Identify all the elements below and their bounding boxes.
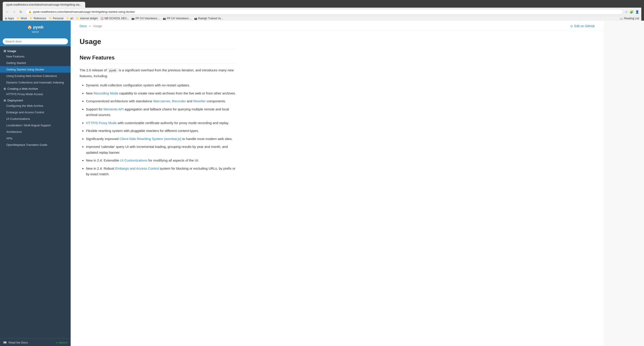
breadcrumb: Docs » Usage	[80, 24, 102, 28]
list-item: New Recording Mode capability to create …	[86, 90, 236, 96]
bookmark-art-label: art	[70, 17, 73, 20]
reload-button[interactable]: ↻	[18, 10, 23, 14]
bookmark-reference[interactable]: 📁 Reference	[30, 17, 46, 20]
browser-toolbar: ← → ↻ 🔒 pywb.readthedocs.io/en/latest/ma…	[3, 8, 641, 16]
raleigh-icon: 📷	[194, 17, 197, 20]
bookmark-ppch1[interactable]: 📷 PP CH Volunteers:...	[132, 17, 160, 20]
sidebar-nav: ⊟ Usage New Features Getting Started Get…	[0, 46, 71, 338]
bookmark-apps[interactable]: ⊞ Apps	[5, 17, 14, 20]
nav-section-deployment[interactable]: ⊞ Deployment	[0, 97, 71, 103]
toolbar-icons: ☆ 🧩 👤	[625, 10, 639, 14]
lock-icon: 🔒	[28, 10, 32, 13]
ui-customizations-link[interactable]: UI Customizations	[120, 158, 148, 162]
folder-icon-4: 📁	[66, 17, 69, 20]
edit-on-github-link[interactable]: ⊙ Edit on GitHub	[570, 24, 595, 28]
version-selector[interactable]: v: latest ▾	[56, 341, 68, 344]
active-tab[interactable]: pywb.readthedocs.io/en/latest/manual/usa…	[3, 2, 85, 8]
bookmark-raleigh-label: Raleigh Trained Vo...	[198, 17, 223, 20]
warcserver-link[interactable]: Warcserver	[153, 99, 170, 103]
star-icon[interactable]: ☆	[625, 10, 628, 14]
sidebar-item-using-existing[interactable]: Using Existing Web Archive Collections	[0, 73, 71, 79]
bookmark-art[interactable]: 📁 art	[66, 17, 73, 20]
sidebar-item-getting-started[interactable]: Getting Started	[0, 60, 71, 66]
deployment-expand-icon: ⊞	[4, 99, 6, 102]
bookmark-raleigh[interactable]: 📷 Raleigh Trained Vo...	[194, 17, 223, 20]
list-item: New in 2.4: Robust Embargo and Access Co…	[86, 166, 236, 177]
https-proxy-mode-link[interactable]: HTTP/S Proxy Mode	[86, 121, 117, 125]
breadcrumb-docs[interactable]: Docs	[80, 24, 87, 28]
extension-icon[interactable]: 🧩	[630, 10, 634, 14]
nav-section-creating[interactable]: ⊞ Creating a Web Archive	[0, 86, 71, 91]
browser-tabs: pywb.readthedocs.io/en/latest/manual/usa…	[3, 2, 641, 8]
rtd-label[interactable]: Read the Docs	[8, 341, 28, 344]
bookmark-apps-label: Apps	[8, 17, 14, 20]
right-panel	[604, 21, 644, 346]
sidebar-item-configuring[interactable]: Configuring the Web Archive	[0, 103, 71, 109]
client-side-rewriting-link[interactable]: Client-Side Rewriting System (wombat.js)	[120, 137, 182, 141]
browser-chrome: pywb.readthedocs.io/en/latest/manual/usa…	[0, 0, 644, 21]
list-item: Improved 'calendar' query UI with increm…	[86, 144, 236, 155]
folder-icon: 📁	[16, 17, 20, 20]
bookmark-work[interactable]: 📁 Work	[16, 17, 27, 20]
sidebar-item-getting-started-docker[interactable]: Getting Started Using Docker	[0, 66, 71, 73]
list-item: Support for Memento API aggregation and …	[86, 106, 236, 118]
search-input[interactable]	[3, 38, 68, 45]
sidebar-item-embargo[interactable]: Embargo and Access Control	[0, 109, 71, 116]
usage-label: Usage	[8, 49, 16, 53]
sidebar-item-localization[interactable]: Localization / Multi-lingual Support	[0, 122, 71, 129]
bookmark-internet-delight[interactable]: 📁 internet delight	[76, 17, 98, 20]
sidebar-search	[0, 37, 71, 46]
deployment-label: Deployment	[8, 99, 23, 102]
bookmark-reference-label: Reference	[34, 17, 46, 20]
address-bar[interactable]: 🔒 pywb.readthedocs.io/en/latest/manual/u…	[25, 9, 623, 15]
ppch1-icon: 📷	[132, 17, 134, 20]
recording-mode-link[interactable]: Recording Mode	[94, 91, 118, 95]
feature-list: Dynamic multi-collection configuration s…	[80, 82, 236, 177]
url-text: pywb.readthedocs.io/en/latest/manual/usa…	[33, 10, 135, 14]
github-icon: ⊙	[570, 24, 573, 28]
sidebar-item-architecture[interactable]: Architecture	[0, 129, 71, 135]
rewriter-link[interactable]: Rewriter	[193, 99, 206, 103]
memento-api-link[interactable]: Memento API	[103, 107, 124, 111]
intro-paragraph: The 2.0 release of pywb is a significant…	[80, 67, 236, 79]
page-title: Usage	[80, 38, 236, 49]
bookmark-ppch2-label: PP CH Volunteers:...	[167, 17, 192, 20]
embargo-access-control-link[interactable]: Embargo and Access Control	[115, 166, 159, 170]
bookmark-noschool-label: NØ SCHOOL NEV...	[104, 17, 129, 20]
bookmarks-bar: ⊞ Apps 📁 Work 📁 Reference 📁 Personal 📁 a…	[3, 16, 641, 21]
list-item: Dynamic multi-collection configuration s…	[86, 82, 236, 88]
ppch2-icon: 📷	[163, 17, 166, 20]
noschool-icon: 🚫	[100, 17, 104, 20]
list-item: Significantly improved Client-Side Rewri…	[86, 136, 236, 142]
breadcrumb-sep: »	[89, 24, 91, 28]
sidebar-item-dynamic-collections[interactable]: Dynamic Collections and Automatic Indexi…	[0, 79, 71, 86]
content-header: Docs » Usage ⊙ Edit on GitHub	[71, 21, 604, 31]
sidebar-item-openwayback[interactable]: OpenWayback Transition Guide	[0, 142, 71, 148]
sidebar-item-apis[interactable]: APIs	[0, 135, 71, 142]
bookmark-ppch2[interactable]: 📷 PP CH Volunteers:...	[163, 17, 192, 20]
pywb-code: pywb	[108, 68, 118, 73]
profile-icon[interactable]: 👤	[635, 10, 639, 14]
list-item: New in 2.4: Extensible UI Customizations…	[86, 158, 236, 163]
sidebar-brand: 🏠 pywb latest	[0, 21, 71, 37]
brand-title[interactable]: 🏠 pywb	[4, 25, 67, 30]
nav-section-usage[interactable]: ⊟ Usage	[0, 48, 71, 53]
intro-prefix: The 2.0 release of	[80, 68, 107, 72]
sidebar-item-proxy-mode[interactable]: HTTP/S Proxy Mode Access	[0, 91, 71, 97]
sidebar-item-new-features[interactable]: New Features	[0, 53, 71, 60]
sidebar-item-ui-customizations[interactable]: UI Customizations	[0, 116, 71, 122]
reading-list-label: Reading List	[624, 17, 639, 20]
page-layout: 🏠 pywb latest ⊟ Usage New Features Getti…	[0, 21, 644, 346]
folder-icon-3: 📁	[49, 17, 52, 20]
reading-list[interactable]: 📖 Reading List	[620, 17, 639, 20]
content-body: Usage New Features The 2.0 release of py…	[71, 31, 246, 188]
folder-icon-5: 📁	[76, 17, 79, 20]
bookmark-personal[interactable]: 📁 Personal	[49, 17, 64, 20]
bookmark-work-label: Work	[21, 17, 27, 20]
brand-subtitle: latest	[4, 30, 67, 34]
bookmark-noschool[interactable]: 🚫 NØ SCHOOL NEV...	[100, 17, 129, 20]
recorder-link[interactable]: Recorder	[172, 99, 186, 103]
creating-expand-icon: ⊞	[4, 87, 6, 90]
back-button[interactable]: ←	[5, 10, 10, 14]
forward-button[interactable]: →	[12, 10, 16, 14]
